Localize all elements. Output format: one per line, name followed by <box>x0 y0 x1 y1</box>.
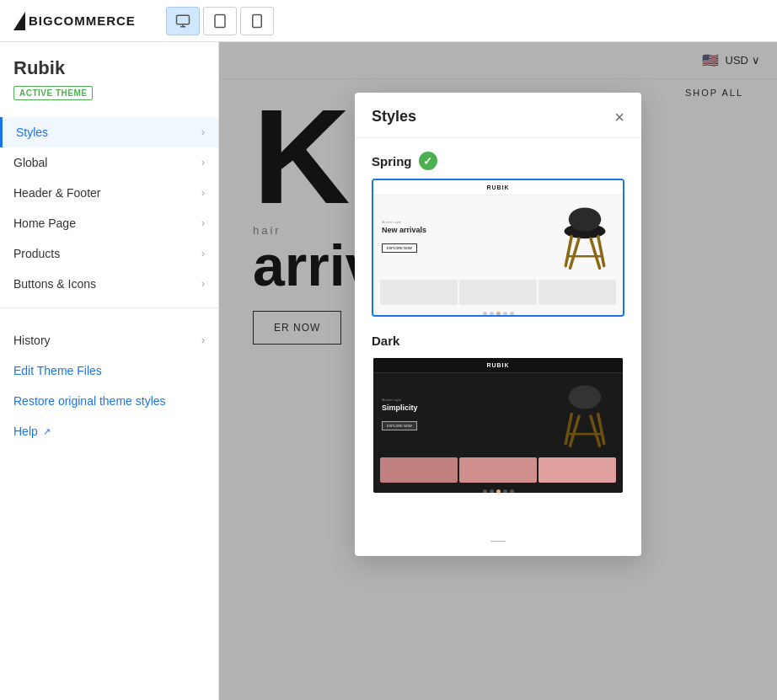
chevron-right-icon: › <box>201 187 205 199</box>
dark-dot <box>503 489 507 493</box>
sidebar-header: Rubik ACTIVE THEME <box>0 42 218 109</box>
active-check-icon: ✓ <box>419 152 437 170</box>
style-section-dark: Dark RUBIK Modern style Simplic <box>372 334 624 494</box>
sidebar-item-label: Restore original theme styles <box>13 394 166 408</box>
modal-body: Spring ✓ RUBIK Modern style <box>355 138 641 525</box>
spring-thumb-card <box>459 280 537 305</box>
chevron-right-icon: › <box>201 217 205 229</box>
modal-scroll-indicator: — <box>355 525 641 556</box>
dark-chair-image <box>555 380 614 447</box>
spring-thumb-footer <box>373 276 623 308</box>
dark-thumbnail: RUBIK Modern style Simplicity EXPLORE NO… <box>373 358 623 493</box>
spring-label-text: Spring <box>372 154 412 168</box>
sidebar-item-history[interactable]: History › <box>0 325 218 355</box>
dark-label-text: Dark <box>372 334 399 348</box>
sidebar-nav: Styles › Global › Header & Footer › Home… <box>0 117 218 299</box>
styles-modal: Styles × Spring ✓ RUBIK <box>355 93 641 556</box>
spring-thumb-btn: EXPLORE NOW <box>382 243 417 253</box>
modal-title: Styles <box>372 108 416 126</box>
sidebar-item-label: Global <box>13 156 47 169</box>
sidebar-item-label: Header & Footer <box>13 186 101 200</box>
dark-thumb-topbar: RUBIK <box>373 358 623 373</box>
sidebar-item-label: Styles <box>16 126 48 139</box>
chevron-right-icon: › <box>201 248 205 259</box>
sidebar-item-edit-theme-files[interactable]: Edit Theme Files <box>0 355 218 386</box>
sidebar-item-label: Buttons & Icons <box>13 277 96 291</box>
sidebar: Rubik ACTIVE THEME Styles › Global › Hea… <box>0 42 219 700</box>
spring-thumb-label: Modern style <box>382 220 555 224</box>
active-theme-badge: ACTIVE THEME <box>13 86 93 100</box>
dark-thumb-title: Simplicity <box>382 403 555 412</box>
dark-style-preview[interactable]: RUBIK Modern style Simplicity EXPLORE NO… <box>372 356 624 494</box>
dark-thumb-btn: EXPLORE NOW <box>382 421 417 430</box>
sidebar-item-label: Products <box>13 247 60 260</box>
spring-dot <box>490 312 494 315</box>
logo-text: BIGCOMMERCE <box>29 13 136 28</box>
style-section-spring: Spring ✓ RUBIK Modern style <box>372 152 624 317</box>
dark-dot <box>483 489 487 493</box>
sidebar-item-header-footer[interactable]: Header & Footer › <box>0 178 218 208</box>
spring-style-preview[interactable]: RUBIK Modern style New arrivals EXPLORE … <box>372 179 624 317</box>
sidebar-bottom: History › Edit Theme Files Restore origi… <box>0 317 218 455</box>
modal-header: Styles × <box>355 93 641 138</box>
spring-thumb-hero: Modern style New arrivals EXPLORE NOW <box>373 195 623 276</box>
spring-thumb-dots <box>373 308 623 315</box>
dark-thumb-text: Modern style Simplicity EXPLORE NOW <box>382 398 555 430</box>
spring-dot <box>483 312 487 315</box>
sidebar-item-products[interactable]: Products › <box>0 238 218 269</box>
chevron-right-icon: › <box>201 334 205 346</box>
chevron-right-icon: › <box>201 157 205 168</box>
svg-point-15 <box>569 386 602 409</box>
sidebar-divider <box>0 307 218 308</box>
modal-overlay: Styles × Spring ✓ RUBIK <box>219 42 777 700</box>
dark-thumb-brand: RUBIK <box>486 362 509 368</box>
logo: BIGCOMMERCE <box>13 12 136 30</box>
dark-dot <box>510 489 514 493</box>
sidebar-item-home-page[interactable]: Home Page › <box>0 208 218 238</box>
dark-thumb-label: Modern style <box>382 398 555 402</box>
sidebar-item-label: Edit Theme Files <box>13 364 102 377</box>
theme-name: Rubik <box>13 57 205 79</box>
spring-dot-active <box>496 312 501 315</box>
spring-chair-image <box>555 202 614 270</box>
external-link-icon: ↗ <box>43 426 51 437</box>
svg-rect-0 <box>176 15 189 24</box>
sidebar-item-label: History <box>13 334 51 347</box>
dark-thumb-card <box>380 457 458 483</box>
spring-thumb-text: Modern style New arrivals EXPLORE NOW <box>382 220 555 253</box>
sidebar-item-styles[interactable]: Styles › <box>0 117 218 147</box>
dark-thumb-footer <box>373 454 623 486</box>
desktop-device-button[interactable] <box>166 7 200 35</box>
chevron-right-icon: › <box>201 126 205 138</box>
sidebar-item-label: Home Page <box>13 216 76 230</box>
spring-dot <box>510 312 514 315</box>
svg-point-8 <box>569 208 602 232</box>
dark-thumb-hero: Modern style Simplicity EXPLORE NOW <box>373 373 623 454</box>
spring-thumb-title: New arrivals <box>382 226 555 234</box>
spring-thumb-card <box>539 280 616 305</box>
modal-close-button[interactable]: × <box>614 109 624 126</box>
device-switcher <box>166 7 274 35</box>
sidebar-item-restore-original[interactable]: Restore original theme styles <box>0 386 218 416</box>
sidebar-item-label: Help <box>13 425 38 438</box>
dark-dot-active <box>496 489 501 493</box>
main-layout: Rubik ACTIVE THEME Styles › Global › Hea… <box>0 42 777 700</box>
dark-thumb-card <box>459 457 537 483</box>
tablet-device-button[interactable] <box>203 7 237 35</box>
dark-thumb-card <box>539 457 616 483</box>
sidebar-item-global[interactable]: Global › <box>0 147 218 178</box>
preview-area: 🇺🇸 USD ∨ SHOP ALL K hair arrivals ER NOW <box>219 42 777 700</box>
top-bar: BIGCOMMERCE <box>0 0 777 42</box>
spring-thumb-brand: RUBIK <box>486 184 509 190</box>
logo-icon <box>13 12 25 30</box>
chevron-right-icon: › <box>201 278 205 290</box>
sidebar-item-buttons-icons[interactable]: Buttons & Icons › <box>0 269 218 299</box>
spring-thumbnail: RUBIK Modern style New arrivals EXPLORE … <box>373 180 623 315</box>
spring-thumb-topbar: RUBIK <box>373 180 623 195</box>
sidebar-item-help[interactable]: Help ↗ <box>0 416 218 446</box>
style-label-spring: Spring ✓ <box>372 152 624 170</box>
mobile-device-button[interactable] <box>240 7 274 35</box>
dark-thumb-dots <box>373 486 623 493</box>
dark-dot <box>490 489 494 493</box>
style-label-dark: Dark <box>372 334 624 348</box>
